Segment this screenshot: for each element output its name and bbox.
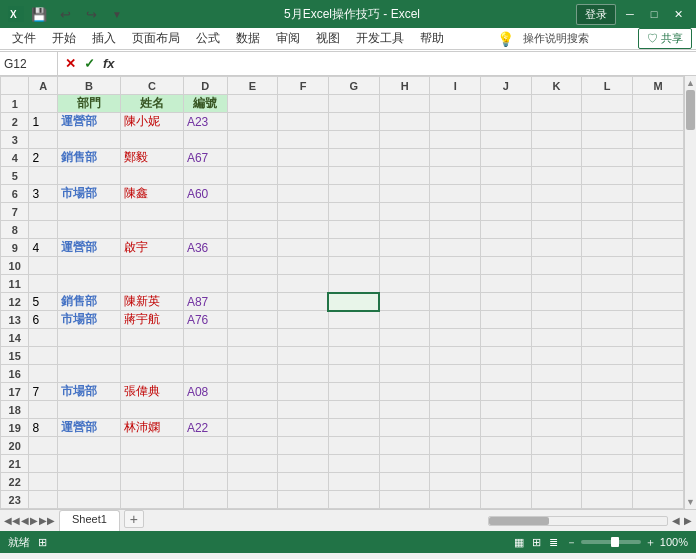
cell-H6[interactable] [379,185,430,203]
cell-F6[interactable] [278,185,329,203]
cell-K10[interactable] [531,257,582,275]
cell-H19[interactable] [379,419,430,437]
cell-I21[interactable] [430,455,481,473]
cell-E17[interactable] [227,383,278,401]
row-header-18[interactable]: 18 [1,401,29,419]
cell-F13[interactable] [278,311,329,329]
cell-D17[interactable]: A08 [183,383,227,401]
cell-L20[interactable] [582,437,633,455]
cell-A9[interactable]: 4 [29,239,57,257]
hscroll-thumb[interactable] [489,517,549,525]
menu-developer[interactable]: 开发工具 [348,28,412,50]
cell-B2[interactable]: 運營部 [57,113,120,131]
cell-C3[interactable] [120,131,183,149]
menu-view[interactable]: 视图 [308,28,348,50]
cell-H13[interactable] [379,311,430,329]
add-sheet-btn[interactable]: + [124,510,144,528]
cell-A5[interactable] [29,167,57,185]
cell-D10[interactable] [183,257,227,275]
cell-B9[interactable]: 運營部 [57,239,120,257]
col-header-c[interactable]: C [120,77,183,95]
undo-btn[interactable]: ↩ [54,3,76,25]
menu-review[interactable]: 审阅 [268,28,308,50]
cell-I18[interactable] [430,401,481,419]
scroll-down-btn[interactable]: ▼ [686,495,695,509]
cell-D7[interactable] [183,203,227,221]
row-header-14[interactable]: 14 [1,329,29,347]
cell-K7[interactable] [531,203,582,221]
cell-J7[interactable] [481,203,532,221]
col-header-a[interactable]: A [29,77,57,95]
share-button[interactable]: ♡ 共享 [638,28,692,49]
cancel-formula-btn[interactable]: ✕ [62,56,79,71]
cell-D1[interactable]: 編號 [183,95,227,113]
cell-J23[interactable] [481,491,532,509]
cell-F12[interactable] [278,293,329,311]
confirm-formula-btn[interactable]: ✓ [81,56,98,71]
cell-G13[interactable] [328,311,379,329]
cell-K3[interactable] [531,131,582,149]
cell-K20[interactable] [531,437,582,455]
cell-D14[interactable] [183,329,227,347]
cell-E10[interactable] [227,257,278,275]
tab-nav-next[interactable]: ▶ [30,515,38,526]
cell-B16[interactable] [57,365,120,383]
cell-M5[interactable] [633,167,684,185]
cell-G15[interactable] [328,347,379,365]
zoom-out-btn[interactable]: － [566,535,577,550]
menu-data[interactable]: 数据 [228,28,268,50]
menu-home[interactable]: 开始 [44,28,84,50]
cell-L19[interactable] [582,419,633,437]
cell-M18[interactable] [633,401,684,419]
cell-I8[interactable] [430,221,481,239]
cell-B23[interactable] [57,491,120,509]
cell-L11[interactable] [582,275,633,293]
cell-C18[interactable] [120,401,183,419]
cell-A23[interactable] [29,491,57,509]
cell-D5[interactable] [183,167,227,185]
cell-F17[interactable] [278,383,329,401]
cell-B20[interactable] [57,437,120,455]
cell-A7[interactable] [29,203,57,221]
cell-J6[interactable] [481,185,532,203]
cell-J15[interactable] [481,347,532,365]
cell-E14[interactable] [227,329,278,347]
cell-G17[interactable] [328,383,379,401]
cell-A12[interactable]: 5 [29,293,57,311]
cell-B21[interactable] [57,455,120,473]
cell-B17[interactable]: 市場部 [57,383,120,401]
cell-A16[interactable] [29,365,57,383]
cell-H18[interactable] [379,401,430,419]
cell-I14[interactable] [430,329,481,347]
cell-H3[interactable] [379,131,430,149]
cell-I19[interactable] [430,419,481,437]
cell-F2[interactable] [278,113,329,131]
col-header-g[interactable]: G [328,77,379,95]
customize-btn[interactable]: ▼ [106,3,128,25]
cell-A14[interactable] [29,329,57,347]
cell-J10[interactable] [481,257,532,275]
row-header-21[interactable]: 21 [1,455,29,473]
col-header-l[interactable]: L [582,77,633,95]
cell-D15[interactable] [183,347,227,365]
cell-M21[interactable] [633,455,684,473]
cell-K23[interactable] [531,491,582,509]
cell-G11[interactable] [328,275,379,293]
cell-I16[interactable] [430,365,481,383]
cell-H9[interactable] [379,239,430,257]
cell-A1[interactable] [29,95,57,113]
row-header-1[interactable]: 1 [1,95,29,113]
cell-J17[interactable] [481,383,532,401]
cell-I10[interactable] [430,257,481,275]
cell-I17[interactable] [430,383,481,401]
cell-reference[interactable]: G12 [0,52,58,75]
cell-E1[interactable] [227,95,278,113]
cell-K2[interactable] [531,113,582,131]
row-header-8[interactable]: 8 [1,221,29,239]
cell-C12[interactable]: 陳新英 [120,293,183,311]
menu-insert[interactable]: 插入 [84,28,124,50]
cell-I5[interactable] [430,167,481,185]
cell-J21[interactable] [481,455,532,473]
cell-G7[interactable] [328,203,379,221]
cell-A11[interactable] [29,275,57,293]
